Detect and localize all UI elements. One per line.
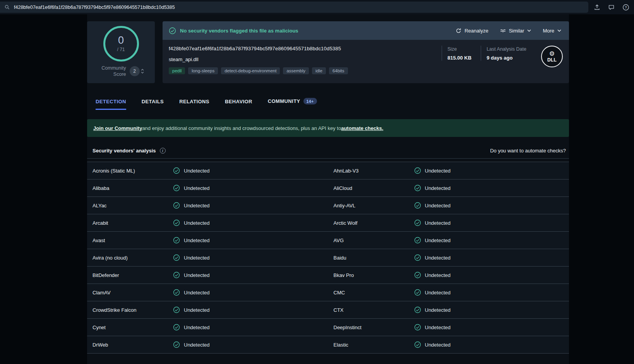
upload-icon[interactable]	[594, 4, 600, 10]
vendor-name: AVG	[328, 238, 414, 243]
vendor-status: Undetected	[414, 306, 451, 313]
verdict: No security vendors flagged this file as…	[169, 27, 298, 34]
vendor-name: Cynet	[87, 325, 173, 330]
vendor-row: AlibabaUndetectedAliCloudUndetected	[87, 179, 569, 197]
vendor-cell: CMCUndetected	[328, 284, 569, 301]
detection-score-gauge: 0 / 71	[103, 26, 139, 62]
tab-label: BEHAVIOR	[225, 99, 252, 104]
vendor-cell: ArcabitUndetected	[87, 214, 328, 231]
community-score-row: Community Score 2	[98, 65, 144, 78]
size-label: Size	[447, 46, 471, 52]
vendor-status-label: Undetected	[425, 290, 451, 296]
vendor-cell: BitDefenderUndetected	[87, 267, 328, 284]
vendor-status: Undetected	[414, 202, 451, 209]
vendor-cell: CrowdStrike FalconUndetected	[87, 301, 328, 318]
info-icon[interactable]: i	[160, 148, 166, 154]
reanalyze-button[interactable]: Reanalyze	[456, 28, 488, 34]
similar-label: Similar	[509, 28, 524, 34]
vendor-row: ClamAVUndetectedCMCUndetected	[87, 284, 569, 301]
help-icon[interactable]: ?	[622, 4, 629, 11]
file-tag[interactable]: long-sleeps	[188, 67, 218, 74]
automate-checks-link[interactable]: automate checks.	[341, 125, 383, 131]
vendor-name: Bkav Pro	[328, 272, 414, 278]
tab-details[interactable]: DETAILS	[142, 96, 164, 110]
vendor-name: Alibaba	[87, 185, 173, 191]
vendor-status: Undetected	[414, 324, 451, 331]
undetected-check-icon	[414, 219, 421, 226]
vendor-name: CTX	[328, 307, 414, 313]
community-count-badge: 14+	[303, 98, 317, 104]
vendor-name: BitDefender	[87, 272, 173, 278]
community-vote-widget[interactable]: 2	[130, 66, 144, 76]
vendor-row: ArcabitUndetectedArctic WolfUndetected	[87, 214, 569, 232]
vendor-row: ALYacUndetectedAntiy-AVLUndetected	[87, 197, 569, 214]
undetected-check-icon	[414, 254, 421, 261]
undetected-check-icon	[173, 341, 180, 348]
vendor-cell: DeepInstinctUndetected	[328, 319, 569, 336]
vendor-name: Baidu	[328, 255, 414, 261]
undetected-check-icon	[414, 324, 421, 331]
file-summary-card: No security vendors flagged this file as…	[163, 21, 569, 83]
vote-arrows	[141, 69, 144, 73]
file-tag[interactable]: 64bits	[329, 67, 348, 74]
more-button[interactable]: More	[543, 28, 561, 34]
undetected-check-icon	[173, 202, 180, 209]
vendor-cell: Avira (no cloud)Undetected	[87, 249, 328, 266]
vendor-status-label: Undetected	[184, 272, 210, 278]
topbar-icons: ?	[594, 4, 629, 11]
tab-community[interactable]: COMMUNITY 14+	[268, 95, 317, 110]
vendor-name: ClamAV	[87, 290, 173, 296]
vote-up-icon[interactable]	[141, 69, 144, 71]
vendor-status-label: Undetected	[425, 342, 451, 348]
comment-icon[interactable]	[608, 4, 615, 10]
summary-top-band: No security vendors flagged this file as…	[163, 21, 569, 40]
vendor-status-label: Undetected	[425, 220, 451, 226]
vendor-status-label: Undetected	[425, 307, 451, 313]
community-score-value[interactable]: 2	[130, 66, 140, 76]
vendor-cell: AhnLab-V3Undetected	[328, 162, 569, 179]
file-tag[interactable]: pedll	[169, 67, 185, 74]
verdict-check-icon	[169, 27, 176, 34]
banner-text: and enjoy additional community insights …	[142, 125, 341, 131]
vendor-cell: CTXUndetected	[328, 301, 569, 318]
search-bar[interactable]	[0, 2, 588, 13]
vendor-status: Undetected	[173, 254, 210, 261]
tab-label: DETECTION	[96, 99, 126, 104]
file-tag[interactable]: detect-debug-environment	[221, 67, 280, 74]
vote-down-icon[interactable]	[141, 72, 144, 73]
vendor-status-label: Undetected	[184, 325, 210, 330]
more-label: More	[543, 28, 554, 34]
join-community-link[interactable]: Join our Community	[93, 125, 142, 131]
vendor-status: Undetected	[414, 237, 451, 244]
community-banner: Join our Community and enjoy additional …	[87, 119, 569, 137]
vendor-status-label: Undetected	[184, 203, 210, 208]
vendor-status: Undetected	[414, 219, 451, 226]
undetected-check-icon	[414, 289, 421, 296]
undetected-check-icon	[414, 202, 421, 209]
vendor-status: Undetected	[173, 167, 210, 174]
tab-label: RELATIONS	[179, 99, 209, 104]
tab-behavior[interactable]: BEHAVIOR	[225, 96, 252, 110]
analysis-title: Security vendors' analysis	[93, 148, 156, 154]
vendor-status-label: Undetected	[425, 168, 451, 174]
detection-score: 0	[118, 35, 124, 46]
chevron-down-icon	[527, 29, 531, 32]
undetected-check-icon	[173, 219, 180, 226]
similar-button[interactable]: Similar	[500, 28, 531, 34]
gear-icon: ⚙	[549, 51, 555, 57]
vendor-name: DeepInstinct	[328, 325, 414, 330]
tab-relations[interactable]: RELATIONS	[179, 96, 209, 110]
vendor-name: Acronis (Static ML)	[87, 168, 173, 174]
file-tag[interactable]: assembly	[283, 67, 309, 74]
tab-detection[interactable]: DETECTION	[96, 96, 126, 110]
file-tag[interactable]: idle	[312, 67, 326, 74]
date-label: Last Analysis Date	[487, 46, 526, 52]
vendor-cell: ALYacUndetected	[87, 197, 328, 214]
vendor-cell: AliCloudUndetected	[328, 179, 569, 197]
vendor-row: Acronis (Static ML)UndetectedAhnLab-V3Un…	[87, 162, 569, 179]
vendor-row: AvastUndetectedAVGUndetected	[87, 232, 569, 249]
vendor-row: Avira (no cloud)UndetectedBaiduUndetecte…	[87, 249, 569, 267]
vendor-cell: AvastUndetected	[87, 232, 328, 249]
search-input[interactable]	[14, 5, 588, 10]
reanalyze-label: Reanalyze	[464, 28, 488, 34]
